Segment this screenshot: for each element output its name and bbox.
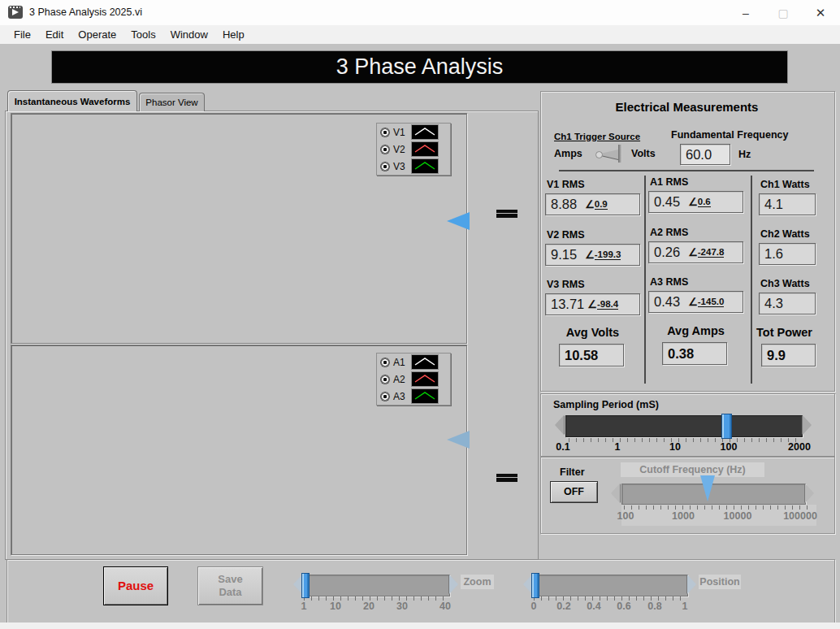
position-slider-track[interactable] <box>532 575 688 596</box>
plot-line-sample[interactable] <box>411 388 439 404</box>
trigger-source-option-volts[interactable]: Volts <box>631 148 656 159</box>
pause-button[interactable]: Pause <box>103 566 168 605</box>
angle-value: -98.4 <box>597 299 618 310</box>
menu-operate[interactable]: Operate <box>71 27 123 42</box>
angle-icon: ∠ <box>688 296 698 308</box>
zoom-scale-tick: 10 <box>330 601 341 612</box>
plot-visibility-icon[interactable] <box>380 392 390 401</box>
zoom-slider-track[interactable] <box>302 575 450 596</box>
plot-visibility-icon[interactable] <box>380 358 390 367</box>
voltage-range-slider-handle[interactable] <box>496 210 517 218</box>
angle-icon: ∠ <box>688 246 698 258</box>
angle-value: 0.9 <box>595 199 608 210</box>
plot-line-sample[interactable] <box>411 124 439 140</box>
v1-rms-value: 8.88 ∠ 0.9 <box>545 193 640 215</box>
minimize-button[interactable]: – <box>727 0 764 25</box>
filter-off-button[interactable]: OFF <box>550 481 598 503</box>
sampling-scale-tick: 1 <box>615 441 621 453</box>
angle-icon: ∠ <box>585 198 595 210</box>
plot-line-sample[interactable] <box>411 354 439 370</box>
v3-rms-value: 13.71 ∠ -98.4 <box>545 293 640 315</box>
v3-rms-label: V3 RMS <box>547 279 585 290</box>
sampling-slider-track[interactable] <box>565 415 803 437</box>
plot-visibility-icon[interactable] <box>380 145 390 154</box>
i-trigger-pointer[interactable] <box>447 431 470 449</box>
angle-icon: ∠ <box>688 196 698 208</box>
separator-line <box>559 170 814 171</box>
menu-window[interactable]: Window <box>163 27 215 42</box>
sampling-increment-arrow[interactable] <box>803 415 812 435</box>
watts-value: 4.3 <box>764 296 783 311</box>
zoom-increment-arrow[interactable] <box>449 575 458 594</box>
app-window: 3 Phase Analysis 2025.vi – ▢ ✕ File Edit… <box>0 0 840 629</box>
a2-rms-label: A2 RMS <box>650 227 688 238</box>
plot-line-sample[interactable] <box>411 158 439 174</box>
save-data-button[interactable]: Save Data <box>197 566 263 605</box>
position-increment-arrow[interactable] <box>687 575 696 594</box>
watts-value: 1.6 <box>764 246 783 262</box>
cutoff-scale-tick: 100 <box>617 510 634 522</box>
legend-label: A1 <box>393 357 411 368</box>
menu-tools[interactable]: Tools <box>123 27 162 42</box>
cutoff-slider-pointer[interactable] <box>700 475 715 501</box>
plot-visibility-icon[interactable] <box>380 375 390 384</box>
tot-power-value: 9.9 <box>761 344 816 367</box>
amps-legend: A1 A2 A3 <box>376 353 451 406</box>
menubar: File Edit Operate Tools Window Help <box>0 25 840 44</box>
legend-label: V1 <box>393 127 411 138</box>
legend-item-v3[interactable]: V3 <box>377 158 450 175</box>
cutoff-decrement-arrow[interactable] <box>611 484 620 503</box>
zoom-slider-handle[interactable] <box>301 573 310 598</box>
plot-line-sample[interactable] <box>411 141 439 157</box>
plot-line-sample[interactable] <box>411 371 439 387</box>
avg-amps-label: Avg Amps <box>648 324 743 337</box>
sampling-decrement-arrow[interactable] <box>555 415 564 435</box>
menu-edit[interactable]: Edit <box>38 27 71 42</box>
measurements-title: Electrical Measurements <box>540 100 834 114</box>
legend-item-a2[interactable]: A2 <box>377 371 450 388</box>
angle-value: 0.6 <box>698 197 711 207</box>
tab-phasor-view[interactable]: Phasor View <box>139 93 205 111</box>
v2-rms-value: 9.15 ∠ -199.3 <box>545 244 640 266</box>
zoom-scale-tick: 40 <box>439 601 451 612</box>
trigger-source-option-amps[interactable]: Amps <box>554 148 582 159</box>
legend-item-v1[interactable]: V1 <box>377 124 450 141</box>
plot-visibility-icon[interactable] <box>380 128 390 137</box>
legend-item-a3[interactable]: A3 <box>377 388 450 405</box>
v-trigger-pointer[interactable] <box>447 212 470 230</box>
ch1-trigger-source-label: Ch1 Trigger Source <box>554 132 640 141</box>
trigger-source-switch[interactable] <box>597 145 630 163</box>
menu-help[interactable]: Help <box>215 27 252 42</box>
position-slider-handle[interactable] <box>531 573 539 598</box>
cutoff-frequency-label: Cutoff Frequency (Hz) <box>621 462 764 477</box>
menu-file[interactable]: File <box>6 27 38 42</box>
sampling-tick-marks <box>569 438 800 442</box>
ch2-watts-label: Ch2 Watts <box>760 228 810 240</box>
legend-item-v2[interactable]: V2 <box>377 141 450 158</box>
sampling-period-label: Sampling Period (mS) <box>553 399 659 410</box>
v1-rms-label: V1 RMS <box>547 179 585 190</box>
tab-instantaneous-waveforms[interactable]: Instantaneous Waveforms <box>7 90 137 111</box>
position-label: Position <box>699 575 741 589</box>
angle-value: -199.3 <box>595 249 621 260</box>
plot-visibility-icon[interactable] <box>380 162 390 171</box>
cutoff-increment-arrow[interactable] <box>805 484 814 503</box>
angle-icon: ∠ <box>587 298 597 310</box>
avg-value: 9.9 <box>767 348 786 363</box>
position-scale-tick: 0.2 <box>556 601 570 612</box>
sampling-slider-handle[interactable] <box>721 414 732 439</box>
cutoff-scale-tick: 100000 <box>783 510 817 522</box>
position-scale-tick: 1 <box>682 601 688 612</box>
current-range-slider-handle[interactable] <box>496 474 517 482</box>
a3-rms-value: 0.43 ∠ -145.0 <box>648 291 743 313</box>
zoom-scale-tick: 30 <box>396 601 408 612</box>
page-title: 3 Phase Analysis <box>336 54 504 80</box>
ch1-watts-value: 4.1 <box>759 193 816 215</box>
close-button[interactable]: ✕ <box>802 0 839 25</box>
ch3-watts-value: 4.3 <box>759 293 816 314</box>
switch-knob-icon <box>595 151 603 158</box>
column-divider <box>751 176 752 384</box>
legend-item-a1[interactable]: A1 <box>377 354 450 371</box>
zoom-label: Zoom <box>461 575 494 589</box>
angle-value: -145.0 <box>698 297 725 307</box>
